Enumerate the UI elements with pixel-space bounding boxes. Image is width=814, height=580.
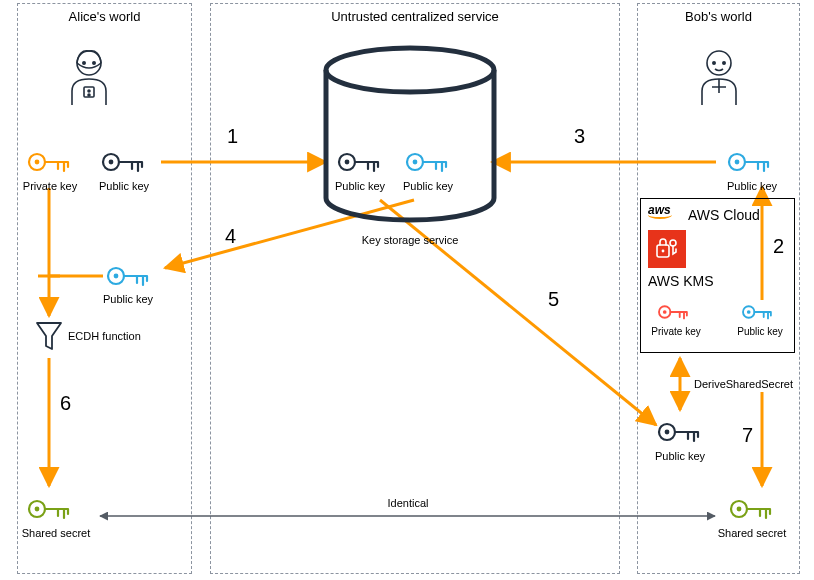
alice-bob-public-key-label: Public key [103, 293, 153, 305]
kms-public-key-icon [740, 302, 776, 322]
svg-point-43 [747, 310, 751, 314]
key-storage-label: Key storage service [362, 234, 459, 246]
alice-bob-public-key-icon [105, 262, 153, 290]
derive-shared-secret-label: DeriveSharedSecret [694, 378, 793, 390]
svg-point-24 [114, 274, 119, 279]
aws-logo-text: aws [648, 203, 671, 217]
alice-shared-secret-label: Shared secret [22, 527, 90, 539]
step-6: 6 [60, 392, 71, 415]
svg-point-20 [35, 160, 40, 165]
bob-shared-secret-icon [728, 495, 776, 523]
kms-label: AWS KMS [648, 273, 714, 289]
svg-point-15 [93, 62, 95, 64]
aws-logo: aws [648, 204, 672, 219]
svg-point-41 [663, 310, 667, 314]
alice-icon [64, 47, 114, 107]
alice-public-key-label: Public key [99, 180, 149, 192]
alice-private-key-icon [26, 148, 74, 176]
svg-point-29 [345, 160, 350, 165]
svg-point-27 [326, 48, 494, 92]
alice-shared-secret-icon [26, 495, 74, 523]
ecdh-funnel-icon [35, 320, 63, 352]
kms-private-key-icon [656, 302, 692, 322]
svg-point-45 [665, 430, 670, 435]
identical-label: Identical [388, 497, 429, 509]
key-storage-db-icon [320, 44, 500, 226]
panel-title-alice: Alice's world [18, 9, 191, 24]
kms-public-key-label: Public key [737, 326, 783, 337]
svg-point-36 [735, 160, 740, 165]
storage-alice-public-key-icon [336, 148, 384, 176]
storage-alice-public-key-label: Public key [335, 180, 385, 192]
alice-private-key-label: Private key [23, 180, 77, 192]
bob-public-key-label: Public key [727, 180, 777, 192]
panel-title-bob: Bob's world [638, 9, 799, 24]
svg-point-31 [413, 160, 418, 165]
svg-point-32 [707, 51, 731, 75]
svg-point-26 [35, 507, 40, 512]
svg-point-34 [723, 62, 725, 64]
kms-service-icon [648, 230, 686, 268]
alice-public-key-icon [100, 148, 148, 176]
step-1: 1 [227, 125, 238, 148]
storage-bob-public-key-label: Public key [403, 180, 453, 192]
kms-private-key-label: Private key [651, 326, 700, 337]
ecdh-label: ECDH function [68, 330, 141, 342]
svg-point-38 [662, 250, 665, 253]
svg-point-47 [737, 507, 742, 512]
step-3: 3 [574, 125, 585, 148]
aws-cloud-title: AWS Cloud [688, 207, 760, 223]
bob-shared-secret-label: Shared secret [718, 527, 786, 539]
step-7: 7 [742, 424, 753, 447]
svg-point-18 [88, 94, 90, 96]
step-5: 5 [548, 288, 559, 311]
bob-alice-public-key-label: Public key [655, 450, 705, 462]
svg-point-33 [713, 62, 715, 64]
bob-icon [694, 47, 744, 107]
panel-title-center: Untrusted centralized service [211, 9, 619, 24]
storage-bob-public-key-icon [404, 148, 452, 176]
svg-point-22 [109, 160, 114, 165]
bob-public-key-icon [726, 148, 774, 176]
svg-point-39 [670, 240, 676, 246]
svg-point-14 [83, 62, 85, 64]
step-4: 4 [225, 225, 236, 248]
bob-alice-public-key-icon [656, 418, 704, 446]
svg-point-17 [88, 90, 90, 92]
